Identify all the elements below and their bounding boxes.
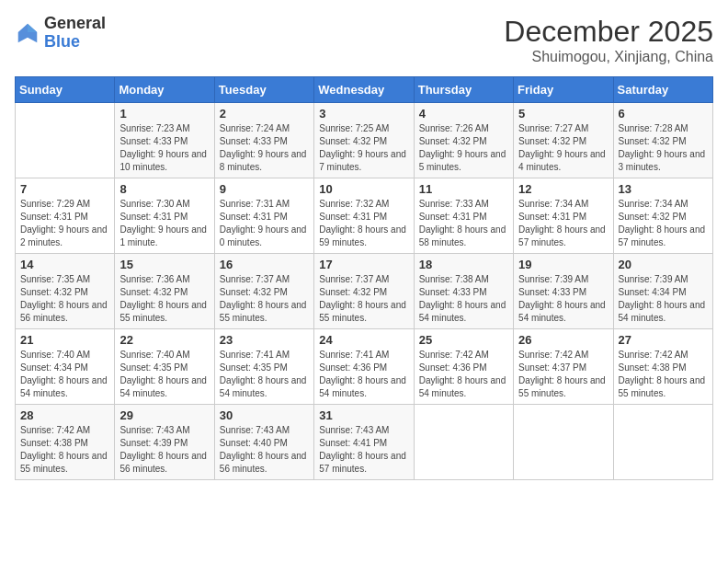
calendar-table: SundayMondayTuesdayWednesdayThursdayFrid… — [15, 76, 713, 480]
day-info: Sunrise: 7:30 AMSunset: 4:31 PMDaylight:… — [119, 198, 209, 249]
day-info: Sunrise: 7:40 AMSunset: 4:34 PMDaylight:… — [20, 349, 109, 400]
calendar-day-cell: 28 Sunrise: 7:42 AMSunset: 4:38 PMDaylig… — [16, 405, 115, 480]
day-info: Sunrise: 7:40 AMSunset: 4:35 PMDaylight:… — [119, 349, 209, 400]
weekday-header: Wednesday — [314, 77, 414, 103]
calendar-day-cell: 15 Sunrise: 7:36 AMSunset: 4:32 PMDaylig… — [115, 254, 214, 329]
calendar-day-cell: 13 Sunrise: 7:34 AMSunset: 4:32 PMDaylig… — [613, 178, 712, 254]
day-number: 11 — [419, 182, 508, 196]
day-info: Sunrise: 7:24 AMSunset: 4:33 PMDaylight:… — [220, 122, 309, 174]
day-info: Sunrise: 7:42 AMSunset: 4:38 PMDaylight:… — [20, 424, 109, 476]
day-info: Sunrise: 7:43 AMSunset: 4:40 PMDaylight:… — [220, 424, 309, 476]
day-number: 29 — [119, 408, 209, 422]
page-header: General Blue December 2025 Shuimogou, Xi… — [15, 15, 713, 65]
day-info: Sunrise: 7:34 AMSunset: 4:31 PMDaylight:… — [518, 198, 608, 249]
day-number: 24 — [319, 333, 408, 347]
day-info: Sunrise: 7:28 AMSunset: 4:32 PMDaylight:… — [619, 122, 708, 174]
day-info: Sunrise: 7:33 AMSunset: 4:31 PMDaylight:… — [419, 198, 508, 249]
day-info: Sunrise: 7:29 AMSunset: 4:31 PMDaylight:… — [20, 198, 109, 249]
calendar-day-cell: 22 Sunrise: 7:40 AMSunset: 4:35 PMDaylig… — [115, 329, 214, 405]
day-number: 13 — [619, 182, 708, 196]
day-number: 2 — [220, 107, 309, 121]
day-number: 6 — [619, 107, 708, 121]
month-title: December 2025 — [504, 15, 713, 49]
day-number: 31 — [319, 408, 408, 422]
calendar-day-cell: 4 Sunrise: 7:26 AMSunset: 4:32 PMDayligh… — [414, 103, 513, 178]
calendar-day-cell — [16, 103, 115, 178]
day-info: Sunrise: 7:43 AMSunset: 4:39 PMDaylight:… — [119, 424, 209, 476]
calendar-day-cell: 7 Sunrise: 7:29 AMSunset: 4:31 PMDayligh… — [16, 178, 115, 254]
logo-icon — [15, 20, 40, 46]
calendar-day-cell: 8 Sunrise: 7:30 AMSunset: 4:31 PMDayligh… — [115, 178, 214, 254]
day-number: 4 — [419, 107, 508, 121]
calendar-day-cell: 9 Sunrise: 7:31 AMSunset: 4:31 PMDayligh… — [214, 178, 313, 254]
day-info: Sunrise: 7:36 AMSunset: 4:32 PMDaylight:… — [119, 273, 209, 325]
calendar-day-cell: 11 Sunrise: 7:33 AMSunset: 4:31 PMDaylig… — [414, 178, 513, 254]
day-number: 19 — [518, 258, 608, 271]
day-number: 14 — [20, 258, 109, 271]
calendar-day-cell: 27 Sunrise: 7:42 AMSunset: 4:38 PMDaylig… — [613, 329, 712, 405]
calendar-day-cell — [613, 405, 712, 480]
calendar-day-cell: 26 Sunrise: 7:42 AMSunset: 4:37 PMDaylig… — [514, 329, 613, 405]
day-number: 1 — [119, 107, 209, 121]
svg-marker-1 — [28, 24, 37, 32]
day-info: Sunrise: 7:39 AMSunset: 4:34 PMDaylight:… — [619, 273, 708, 325]
calendar-day-cell: 17 Sunrise: 7:37 AMSunset: 4:32 PMDaylig… — [314, 254, 414, 329]
calendar-day-cell: 1 Sunrise: 7:23 AMSunset: 4:33 PMDayligh… — [115, 103, 214, 178]
calendar-day-cell — [414, 405, 513, 480]
calendar-day-cell: 10 Sunrise: 7:32 AMSunset: 4:31 PMDaylig… — [314, 178, 414, 254]
day-number: 7 — [20, 182, 109, 196]
calendar-day-cell: 21 Sunrise: 7:40 AMSunset: 4:34 PMDaylig… — [16, 329, 115, 405]
day-number: 27 — [619, 333, 708, 347]
day-number: 30 — [220, 408, 309, 422]
weekday-header: Tuesday — [214, 77, 313, 103]
calendar-day-cell: 3 Sunrise: 7:25 AMSunset: 4:32 PMDayligh… — [314, 103, 414, 178]
calendar-day-cell: 14 Sunrise: 7:35 AMSunset: 4:32 PMDaylig… — [16, 254, 115, 329]
day-info: Sunrise: 7:39 AMSunset: 4:33 PMDaylight:… — [518, 273, 608, 325]
location-title: Shuimogou, Xinjiang, China — [504, 49, 713, 65]
day-number: 9 — [220, 182, 309, 196]
day-number: 5 — [518, 107, 608, 121]
calendar-week-row: 7 Sunrise: 7:29 AMSunset: 4:31 PMDayligh… — [16, 178, 713, 254]
calendar-day-cell: 29 Sunrise: 7:43 AMSunset: 4:39 PMDaylig… — [115, 405, 214, 480]
day-info: Sunrise: 7:32 AMSunset: 4:31 PMDaylight:… — [319, 198, 408, 249]
calendar-week-row: 21 Sunrise: 7:40 AMSunset: 4:34 PMDaylig… — [16, 329, 713, 405]
day-number: 12 — [518, 182, 608, 196]
calendar-day-cell — [514, 405, 613, 480]
day-number: 26 — [518, 333, 608, 347]
day-number: 25 — [419, 333, 508, 347]
day-info: Sunrise: 7:42 AMSunset: 4:37 PMDaylight:… — [518, 349, 608, 400]
calendar-day-cell: 12 Sunrise: 7:34 AMSunset: 4:31 PMDaylig… — [514, 178, 613, 254]
calendar-week-row: 1 Sunrise: 7:23 AMSunset: 4:33 PMDayligh… — [16, 103, 713, 178]
day-info: Sunrise: 7:42 AMSunset: 4:36 PMDaylight:… — [419, 349, 508, 400]
logo-text: General Blue — [44, 15, 106, 52]
weekday-header: Sunday — [16, 77, 115, 103]
calendar-day-cell: 16 Sunrise: 7:37 AMSunset: 4:32 PMDaylig… — [214, 254, 313, 329]
day-info: Sunrise: 7:41 AMSunset: 4:36 PMDaylight:… — [319, 349, 408, 400]
day-number: 23 — [220, 333, 309, 347]
calendar-day-cell: 24 Sunrise: 7:41 AMSunset: 4:36 PMDaylig… — [314, 329, 414, 405]
calendar-day-cell: 20 Sunrise: 7:39 AMSunset: 4:34 PMDaylig… — [613, 254, 712, 329]
day-info: Sunrise: 7:25 AMSunset: 4:32 PMDaylight:… — [319, 122, 408, 174]
calendar-day-cell: 25 Sunrise: 7:42 AMSunset: 4:36 PMDaylig… — [414, 329, 513, 405]
day-number: 20 — [619, 258, 708, 271]
day-info: Sunrise: 7:42 AMSunset: 4:38 PMDaylight:… — [619, 349, 708, 400]
day-info: Sunrise: 7:41 AMSunset: 4:35 PMDaylight:… — [220, 349, 309, 400]
day-info: Sunrise: 7:37 AMSunset: 4:32 PMDaylight:… — [220, 273, 309, 325]
calendar-day-cell: 6 Sunrise: 7:28 AMSunset: 4:32 PMDayligh… — [613, 103, 712, 178]
day-number: 16 — [220, 258, 309, 271]
day-info: Sunrise: 7:23 AMSunset: 4:33 PMDaylight:… — [119, 122, 209, 174]
calendar-day-cell: 23 Sunrise: 7:41 AMSunset: 4:35 PMDaylig… — [214, 329, 313, 405]
day-number: 22 — [119, 333, 209, 347]
day-info: Sunrise: 7:37 AMSunset: 4:32 PMDaylight:… — [319, 273, 408, 325]
day-number: 10 — [319, 182, 408, 196]
weekday-header: Monday — [115, 77, 214, 103]
weekday-header: Saturday — [613, 77, 712, 103]
day-info: Sunrise: 7:31 AMSunset: 4:31 PMDaylight:… — [220, 198, 309, 249]
calendar-day-cell: 2 Sunrise: 7:24 AMSunset: 4:33 PMDayligh… — [214, 103, 313, 178]
weekday-header-row: SundayMondayTuesdayWednesdayThursdayFrid… — [16, 77, 713, 103]
calendar-day-cell: 31 Sunrise: 7:43 AMSunset: 4:41 PMDaylig… — [314, 405, 414, 480]
day-number: 15 — [119, 258, 209, 271]
calendar-week-row: 14 Sunrise: 7:35 AMSunset: 4:32 PMDaylig… — [16, 254, 713, 329]
logo: General Blue — [15, 15, 106, 52]
day-info: Sunrise: 7:34 AMSunset: 4:32 PMDaylight:… — [619, 198, 708, 249]
